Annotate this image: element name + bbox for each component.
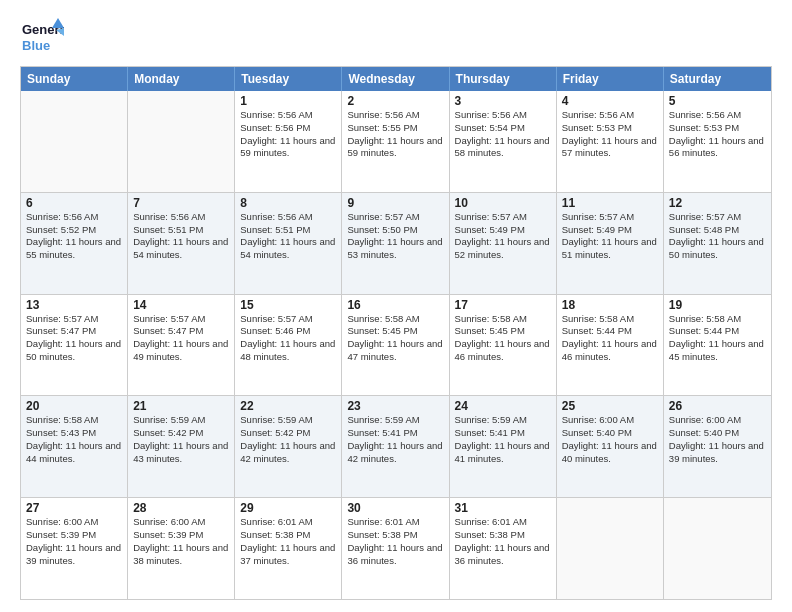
day-number: 25 (562, 399, 658, 413)
calendar-cell: 1Sunrise: 5:56 AM Sunset: 5:56 PM Daylig… (235, 91, 342, 192)
calendar-cell: 16Sunrise: 5:58 AM Sunset: 5:45 PM Dayli… (342, 295, 449, 396)
header-monday: Monday (128, 67, 235, 91)
day-info: Sunrise: 5:59 AM Sunset: 5:42 PM Dayligh… (240, 414, 336, 465)
calendar-cell (664, 498, 771, 599)
day-info: Sunrise: 5:56 AM Sunset: 5:54 PM Dayligh… (455, 109, 551, 160)
calendar-cell: 19Sunrise: 5:58 AM Sunset: 5:44 PM Dayli… (664, 295, 771, 396)
day-info: Sunrise: 5:56 AM Sunset: 5:53 PM Dayligh… (562, 109, 658, 160)
day-info: Sunrise: 5:59 AM Sunset: 5:41 PM Dayligh… (455, 414, 551, 465)
day-info: Sunrise: 5:56 AM Sunset: 5:56 PM Dayligh… (240, 109, 336, 160)
day-number: 16 (347, 298, 443, 312)
calendar-week-3: 13Sunrise: 5:57 AM Sunset: 5:47 PM Dayli… (21, 294, 771, 396)
day-number: 9 (347, 196, 443, 210)
calendar-cell: 11Sunrise: 5:57 AM Sunset: 5:49 PM Dayli… (557, 193, 664, 294)
calendar: Sunday Monday Tuesday Wednesday Thursday… (20, 66, 772, 600)
day-number: 24 (455, 399, 551, 413)
calendar-cell: 28Sunrise: 6:00 AM Sunset: 5:39 PM Dayli… (128, 498, 235, 599)
day-number: 8 (240, 196, 336, 210)
day-number: 6 (26, 196, 122, 210)
calendar-cell: 29Sunrise: 6:01 AM Sunset: 5:38 PM Dayli… (235, 498, 342, 599)
day-info: Sunrise: 5:56 AM Sunset: 5:55 PM Dayligh… (347, 109, 443, 160)
day-info: Sunrise: 5:59 AM Sunset: 5:41 PM Dayligh… (347, 414, 443, 465)
calendar-cell: 20Sunrise: 5:58 AM Sunset: 5:43 PM Dayli… (21, 396, 128, 497)
calendar-cell: 2Sunrise: 5:56 AM Sunset: 5:55 PM Daylig… (342, 91, 449, 192)
day-number: 11 (562, 196, 658, 210)
day-info: Sunrise: 5:58 AM Sunset: 5:45 PM Dayligh… (347, 313, 443, 364)
day-info: Sunrise: 5:57 AM Sunset: 5:48 PM Dayligh… (669, 211, 766, 262)
calendar-body: 1Sunrise: 5:56 AM Sunset: 5:56 PM Daylig… (21, 91, 771, 599)
header-tuesday: Tuesday (235, 67, 342, 91)
day-number: 29 (240, 501, 336, 515)
day-number: 1 (240, 94, 336, 108)
calendar-week-4: 20Sunrise: 5:58 AM Sunset: 5:43 PM Dayli… (21, 395, 771, 497)
calendar-cell: 7Sunrise: 5:56 AM Sunset: 5:51 PM Daylig… (128, 193, 235, 294)
day-info: Sunrise: 6:00 AM Sunset: 5:40 PM Dayligh… (669, 414, 766, 465)
day-number: 31 (455, 501, 551, 515)
calendar-cell: 12Sunrise: 5:57 AM Sunset: 5:48 PM Dayli… (664, 193, 771, 294)
calendar-cell: 30Sunrise: 6:01 AM Sunset: 5:38 PM Dayli… (342, 498, 449, 599)
calendar-cell: 13Sunrise: 5:57 AM Sunset: 5:47 PM Dayli… (21, 295, 128, 396)
calendar-cell: 14Sunrise: 5:57 AM Sunset: 5:47 PM Dayli… (128, 295, 235, 396)
day-number: 12 (669, 196, 766, 210)
header-thursday: Thursday (450, 67, 557, 91)
day-number: 5 (669, 94, 766, 108)
day-number: 2 (347, 94, 443, 108)
header-saturday: Saturday (664, 67, 771, 91)
calendar-cell: 8Sunrise: 5:56 AM Sunset: 5:51 PM Daylig… (235, 193, 342, 294)
header-wednesday: Wednesday (342, 67, 449, 91)
calendar-cell: 15Sunrise: 5:57 AM Sunset: 5:46 PM Dayli… (235, 295, 342, 396)
day-number: 17 (455, 298, 551, 312)
day-info: Sunrise: 5:56 AM Sunset: 5:51 PM Dayligh… (133, 211, 229, 262)
day-number: 23 (347, 399, 443, 413)
day-info: Sunrise: 5:57 AM Sunset: 5:46 PM Dayligh… (240, 313, 336, 364)
day-info: Sunrise: 6:01 AM Sunset: 5:38 PM Dayligh… (347, 516, 443, 567)
day-number: 20 (26, 399, 122, 413)
day-number: 3 (455, 94, 551, 108)
calendar-cell: 25Sunrise: 6:00 AM Sunset: 5:40 PM Dayli… (557, 396, 664, 497)
calendar-week-1: 1Sunrise: 5:56 AM Sunset: 5:56 PM Daylig… (21, 91, 771, 192)
day-info: Sunrise: 5:58 AM Sunset: 5:45 PM Dayligh… (455, 313, 551, 364)
day-number: 4 (562, 94, 658, 108)
day-info: Sunrise: 5:57 AM Sunset: 5:47 PM Dayligh… (133, 313, 229, 364)
logo-svg: General Blue (20, 16, 64, 56)
day-number: 28 (133, 501, 229, 515)
calendar-cell (128, 91, 235, 192)
calendar-cell: 22Sunrise: 5:59 AM Sunset: 5:42 PM Dayli… (235, 396, 342, 497)
day-number: 19 (669, 298, 766, 312)
svg-text:Blue: Blue (22, 38, 50, 53)
day-number: 18 (562, 298, 658, 312)
day-info: Sunrise: 5:57 AM Sunset: 5:50 PM Dayligh… (347, 211, 443, 262)
calendar-week-2: 6Sunrise: 5:56 AM Sunset: 5:52 PM Daylig… (21, 192, 771, 294)
day-number: 14 (133, 298, 229, 312)
day-number: 7 (133, 196, 229, 210)
header-sunday: Sunday (21, 67, 128, 91)
page: General Blue Sunday Monday Tuesday Wedne… (0, 0, 792, 612)
day-info: Sunrise: 5:57 AM Sunset: 5:47 PM Dayligh… (26, 313, 122, 364)
day-number: 26 (669, 399, 766, 413)
calendar-cell: 21Sunrise: 5:59 AM Sunset: 5:42 PM Dayli… (128, 396, 235, 497)
day-number: 10 (455, 196, 551, 210)
day-info: Sunrise: 6:00 AM Sunset: 5:39 PM Dayligh… (26, 516, 122, 567)
day-info: Sunrise: 5:56 AM Sunset: 5:53 PM Dayligh… (669, 109, 766, 160)
calendar-header: Sunday Monday Tuesday Wednesday Thursday… (21, 67, 771, 91)
day-info: Sunrise: 6:00 AM Sunset: 5:40 PM Dayligh… (562, 414, 658, 465)
day-number: 27 (26, 501, 122, 515)
calendar-cell: 3Sunrise: 5:56 AM Sunset: 5:54 PM Daylig… (450, 91, 557, 192)
calendar-cell: 6Sunrise: 5:56 AM Sunset: 5:52 PM Daylig… (21, 193, 128, 294)
day-info: Sunrise: 5:57 AM Sunset: 5:49 PM Dayligh… (562, 211, 658, 262)
calendar-cell (21, 91, 128, 192)
calendar-cell: 10Sunrise: 5:57 AM Sunset: 5:49 PM Dayli… (450, 193, 557, 294)
calendar-week-5: 27Sunrise: 6:00 AM Sunset: 5:39 PM Dayli… (21, 497, 771, 599)
day-info: Sunrise: 6:01 AM Sunset: 5:38 PM Dayligh… (455, 516, 551, 567)
day-info: Sunrise: 6:00 AM Sunset: 5:39 PM Dayligh… (133, 516, 229, 567)
logo: General Blue (20, 16, 64, 56)
calendar-cell: 23Sunrise: 5:59 AM Sunset: 5:41 PM Dayli… (342, 396, 449, 497)
day-info: Sunrise: 5:58 AM Sunset: 5:43 PM Dayligh… (26, 414, 122, 465)
day-info: Sunrise: 5:56 AM Sunset: 5:51 PM Dayligh… (240, 211, 336, 262)
day-number: 30 (347, 501, 443, 515)
day-info: Sunrise: 5:58 AM Sunset: 5:44 PM Dayligh… (669, 313, 766, 364)
day-info: Sunrise: 5:58 AM Sunset: 5:44 PM Dayligh… (562, 313, 658, 364)
day-number: 13 (26, 298, 122, 312)
calendar-cell: 5Sunrise: 5:56 AM Sunset: 5:53 PM Daylig… (664, 91, 771, 192)
day-info: Sunrise: 5:56 AM Sunset: 5:52 PM Dayligh… (26, 211, 122, 262)
